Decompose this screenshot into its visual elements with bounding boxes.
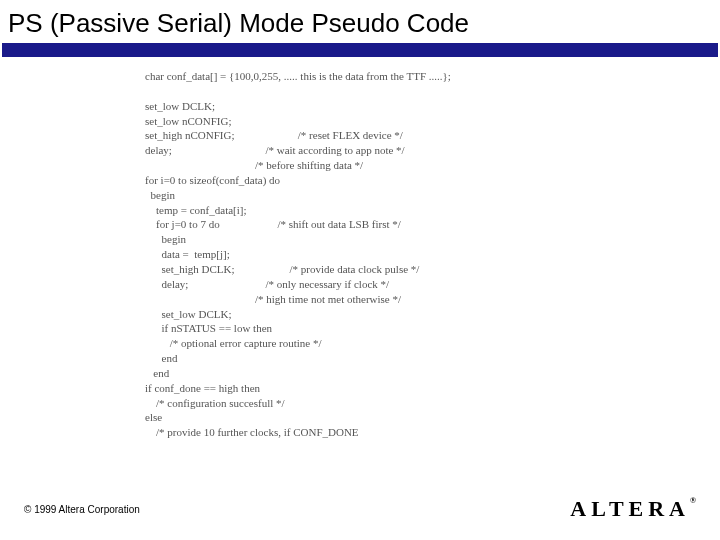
logo-text: ALTERA bbox=[570, 496, 690, 521]
copyright-text: © 1999 Altera Corporation bbox=[24, 504, 140, 515]
slide-title: PS (Passive Serial) Mode Pseudo Code bbox=[0, 0, 720, 43]
footer: © 1999 Altera Corporation ALTERA® bbox=[24, 496, 696, 522]
pseudocode-block: char conf_data[] = {100,0,255, ..... thi… bbox=[0, 57, 720, 440]
altera-logo: ALTERA® bbox=[570, 496, 696, 522]
title-rule bbox=[2, 43, 718, 57]
logo-registered: ® bbox=[690, 496, 696, 505]
